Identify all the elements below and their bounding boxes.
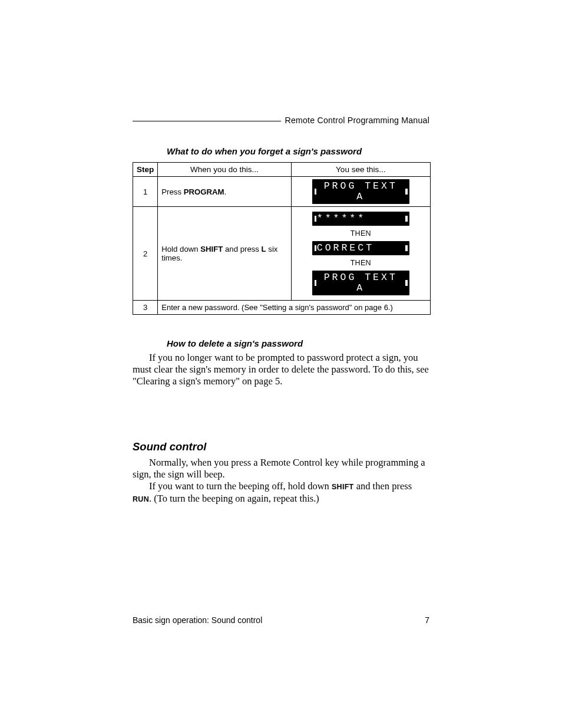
key-shift: SHIFT xyxy=(332,483,354,491)
step-do: Enter a new password. (See "Setting a si… xyxy=(158,301,431,315)
text: Press xyxy=(161,187,183,196)
key-program: PROGRAM xyxy=(184,187,224,196)
text: and then press xyxy=(354,480,412,492)
key-shift: SHIFT xyxy=(200,245,223,253)
lcd-display: CORRECT xyxy=(312,241,409,255)
header-rule xyxy=(133,121,281,121)
text: Hold down xyxy=(161,245,200,253)
step-do: Hold down SHIFT and press L six times. xyxy=(158,207,291,301)
then-label: THEN xyxy=(295,229,427,238)
col-step: Step xyxy=(133,163,158,177)
footer-left: Basic sign operation: Sound control xyxy=(133,615,262,625)
lcd-display: PROG TEXT A xyxy=(312,179,409,204)
step-number: 1 xyxy=(133,177,158,207)
step-see: PROG TEXT A xyxy=(291,177,430,207)
lcd-text: PROG TEXT A xyxy=(324,272,398,294)
key-l: L xyxy=(262,245,266,253)
paragraph: If you no longer want to be prompted to … xyxy=(133,352,429,387)
body-text: If you want to turn the beeping off, hol… xyxy=(133,480,429,505)
procedure-table: Step When you do this... You see this...… xyxy=(133,162,431,315)
paragraph: Normally, when you press a Remote Contro… xyxy=(133,457,429,505)
lcd-text: PROG TEXT A xyxy=(324,180,398,202)
heading-sound-control: Sound control xyxy=(133,440,429,453)
body-text: Normally, when you press a Remote Contro… xyxy=(133,457,429,480)
page-footer: Basic sign operation: Sound control 7 xyxy=(133,615,429,625)
step-number: 2 xyxy=(133,207,158,301)
table-row: 1 Press PROGRAM. PROG TEXT A xyxy=(133,177,431,207)
page-content: What to do when you forget a sign's pass… xyxy=(133,146,429,505)
table-header-row: Step When you do this... You see this... xyxy=(133,163,431,177)
step-see: ****** THEN CORRECT THEN PROG TEXT A xyxy=(291,207,430,301)
table-row: 3 Enter a new password. (See "Setting a … xyxy=(133,301,431,315)
step-number: 3 xyxy=(133,301,158,315)
col-see: You see this... xyxy=(291,163,430,177)
page-number: 7 xyxy=(425,615,429,625)
key-run: RUN xyxy=(133,495,149,503)
col-do: When you do this... xyxy=(158,163,291,177)
lcd-display: PROG TEXT A xyxy=(312,271,409,295)
then-label: THEN xyxy=(295,259,427,267)
header-title: Remote Control Programming Manual xyxy=(285,116,429,125)
lcd-text: ****** xyxy=(317,213,366,224)
subheading-forget-password: What to do when you forget a sign's pass… xyxy=(167,146,429,156)
page-header: Remote Control Programming Manual xyxy=(133,116,429,125)
step-do: Press PROGRAM. xyxy=(158,177,291,207)
lcd-display: ****** xyxy=(312,212,409,226)
text: . (To turn the beeping on again, repeat … xyxy=(149,493,319,504)
text: and press xyxy=(223,245,261,253)
subheading-delete-password: How to delete a sign's password xyxy=(167,338,429,348)
text: . xyxy=(224,187,227,196)
table-row: 2 Hold down SHIFT and press L six times.… xyxy=(133,207,431,301)
lcd-text: CORRECT xyxy=(317,242,374,253)
body-text: If you no longer want to be prompted to … xyxy=(133,352,429,387)
text: If you want to turn the beeping off, hol… xyxy=(149,480,332,492)
